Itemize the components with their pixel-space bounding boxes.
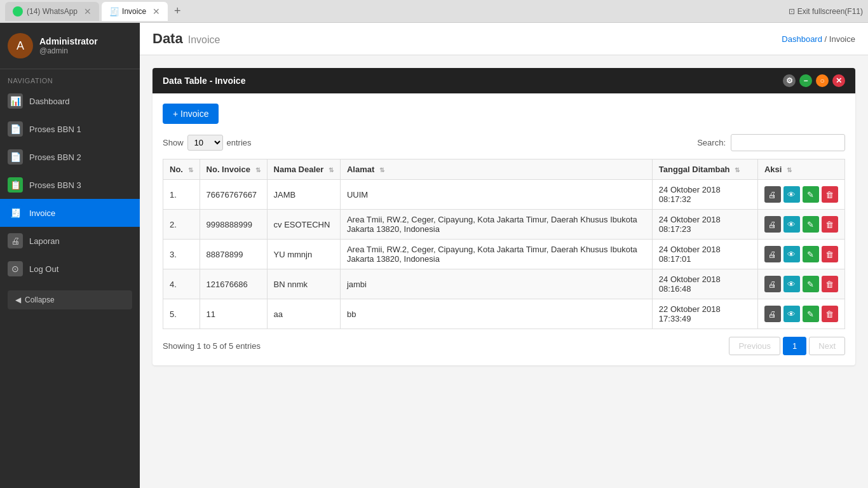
view-button[interactable]: 👁 [783, 276, 800, 292]
sidebar-item-label-dashboard: Dashboard [29, 97, 70, 106]
sidebar-item-label-invoice: Invoice [29, 208, 55, 218]
sidebar-item-dashboard[interactable]: 📊 Dashboard [0, 87, 140, 115]
cell-no-invoice: 11 [200, 299, 267, 329]
cell-tanggal: 24 Oktober 2018 08:17:01 [652, 240, 757, 269]
content-area: Data Table - Invoice ⚙ − ○ ✕ + Invoice S… [140, 55, 868, 378]
tab-whatsapp[interactable]: (14) WhatsApp ✕ [5, 2, 99, 21]
add-invoice-button[interactable]: + Invoice [163, 104, 219, 124]
tab-invoice[interactable]: 🧾 Invoice ✕ [102, 2, 168, 21]
next-button[interactable]: Next [809, 337, 845, 355]
delete-button[interactable]: 🗑 [822, 186, 838, 203]
table-row: 2. 9998888999 cv ESOTECHN Area Tmii, RW.… [163, 210, 845, 240]
search-label: Search: [697, 138, 726, 147]
edit-button[interactable]: ✎ [803, 186, 819, 203]
cell-no: 1. [163, 180, 200, 210]
search-input[interactable] [731, 134, 845, 151]
sort-icon-nama-dealer: ⇅ [329, 166, 334, 173]
breadcrumb-parent[interactable]: Dashboard [782, 34, 822, 44]
card-title: Data Table - Invoice [163, 76, 245, 86]
cell-alamat: bb [340, 299, 652, 329]
exit-fullscreen-button[interactable]: ⊡ Exit fullscreen(F11) [789, 7, 863, 16]
sidebar-item-laporan[interactable]: 🖨 Laporan [0, 227, 140, 255]
collapse-label: Collapse [25, 295, 55, 304]
edit-button[interactable]: ✎ [803, 216, 819, 233]
card-icon-close[interactable]: ✕ [832, 74, 845, 87]
entries-select[interactable]: 10 25 50 100 [187, 135, 223, 151]
avatar: A [8, 33, 33, 58]
card-icon-restore[interactable]: ○ [816, 74, 829, 87]
edit-button[interactable]: ✎ [803, 276, 819, 292]
main-content: Data Invoice Dashboard / Invoice Data Ta… [140, 23, 868, 488]
col-no: No. ⇅ [163, 159, 200, 180]
cell-alamat: Area Tmii, RW.2, Ceger, Cipayung, Kota J… [340, 240, 652, 269]
sidebar-item-proses-bbn3[interactable]: 📋 Proses BBN 3 [0, 171, 140, 199]
laporan-icon: 🖨 [8, 233, 23, 248]
cell-aksi: 🖨 👁 ✎ 🗑 [757, 240, 844, 269]
cell-tanggal: 22 Oktober 2018 17:33:49 [652, 299, 757, 329]
page-title-sub: Invoice [188, 34, 220, 46]
entries-suffix: entries [227, 138, 252, 147]
card-icon-minimize[interactable]: − [799, 74, 812, 87]
sidebar: A Administrator @admin Navigation 📊 Dash… [0, 23, 140, 488]
profile-info: Administrator @admin [39, 36, 98, 55]
action-buttons: 🖨 👁 ✎ 🗑 [764, 186, 838, 203]
collapse-sidebar-button[interactable]: ◀ Collapse [8, 290, 132, 309]
sidebar-item-proses-bbn1[interactable]: 📄 Proses BBN 1 [0, 115, 140, 143]
print-button[interactable]: 🖨 [764, 246, 781, 262]
print-button[interactable]: 🖨 [764, 216, 781, 233]
sidebar-item-label-laporan: Laporan [29, 236, 60, 246]
proses-bbn2-icon: 📄 [8, 149, 23, 165]
delete-button[interactable]: 🗑 [822, 216, 838, 233]
nav-section-label: Navigation [0, 69, 140, 87]
cell-no: 5. [163, 299, 200, 329]
new-tab-button[interactable]: + [170, 3, 185, 19]
invoice-tab-label: Invoice [122, 7, 146, 16]
show-entries: Show 10 25 50 100 entries [163, 135, 252, 151]
delete-button[interactable]: 🗑 [822, 276, 838, 292]
view-button[interactable]: 👁 [783, 186, 800, 203]
sidebar-item-proses-bbn2[interactable]: 📄 Proses BBN 2 [0, 143, 140, 171]
table-row: 3. 88878899 YU mmnjn Area Tmii, RW.2, Ce… [163, 240, 845, 269]
exit-fullscreen-icon: ⊡ [789, 7, 795, 16]
cell-no: 3. [163, 240, 200, 269]
sidebar-item-label-bbn1: Proses BBN 1 [29, 125, 81, 134]
cell-nama-dealer: cv ESOTECHN [267, 210, 340, 240]
breadcrumb-current: Invoice [829, 34, 855, 44]
card-icon-settings[interactable]: ⚙ [783, 74, 796, 87]
cell-nama-dealer: YU mmnjn [267, 240, 340, 269]
print-button[interactable]: 🖨 [764, 276, 781, 292]
view-button[interactable]: 👁 [783, 216, 800, 233]
delete-button[interactable]: 🗑 [822, 246, 838, 262]
close-invoice-tab[interactable]: ✕ [153, 6, 160, 17]
cell-alamat: UUIM [340, 180, 652, 210]
pagination: Previous 1 Next [729, 337, 845, 355]
invoice-nav-icon: 🧾 [8, 205, 23, 220]
cell-no: 2. [163, 210, 200, 240]
col-alamat: Alamat ⇅ [340, 159, 652, 180]
cell-aksi: 🖨 👁 ✎ 🗑 [757, 180, 844, 210]
sidebar-item-logout[interactable]: ⊙ Log Out [0, 255, 140, 283]
print-button[interactable]: 🖨 [764, 186, 781, 203]
close-whatsapp-tab[interactable]: ✕ [84, 6, 92, 17]
page-1-button[interactable]: 1 [783, 337, 806, 355]
cell-tanggal: 24 Oktober 2018 08:17:23 [652, 210, 757, 240]
cell-aksi: 🖨 👁 ✎ 🗑 [757, 210, 844, 240]
delete-button[interactable]: 🗑 [822, 306, 838, 322]
invoice-tab-icon: 🧾 [109, 7, 118, 16]
dashboard-icon: 📊 [8, 93, 23, 109]
cell-nama-dealer: BN nnmk [267, 269, 340, 299]
edit-button[interactable]: ✎ [803, 246, 819, 262]
view-button[interactable]: 👁 [783, 306, 800, 322]
action-buttons: 🖨 👁 ✎ 🗑 [764, 246, 838, 262]
view-button[interactable]: 👁 [783, 246, 800, 262]
showing-entries-text: Showing 1 to 5 of 5 entries [163, 341, 261, 351]
action-buttons: 🖨 👁 ✎ 🗑 [764, 276, 838, 292]
breadcrumb: Dashboard / Invoice [782, 34, 855, 44]
sort-icon-aksi: ⇅ [787, 166, 792, 173]
cell-aksi: 🖨 👁 ✎ 🗑 [757, 269, 844, 299]
print-button[interactable]: 🖨 [764, 306, 781, 322]
sidebar-item-invoice[interactable]: 🧾 Invoice [0, 199, 140, 227]
previous-button[interactable]: Previous [729, 337, 780, 355]
edit-button[interactable]: ✎ [803, 306, 819, 322]
page-title-main: Data [153, 30, 183, 47]
